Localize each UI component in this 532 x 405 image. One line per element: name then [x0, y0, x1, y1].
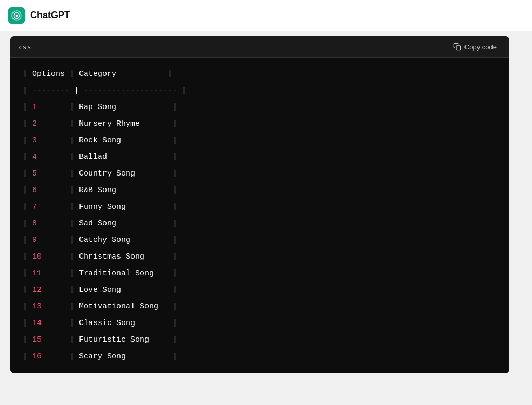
- pipe: |: [23, 348, 32, 365]
- main-content: css Copy code | Options | Category |: [0, 31, 532, 405]
- pipe: |: [172, 232, 177, 249]
- pipe: |: [23, 149, 32, 166]
- table-row: | 4 | Ballad |: [23, 149, 497, 166]
- row-number: 5: [32, 166, 70, 182]
- table-row: | 1 | Rap Song |: [23, 99, 497, 116]
- row-category: Sad Song: [79, 215, 172, 232]
- table-row: | 9 | Catchy Song |: [23, 232, 497, 249]
- table-row: | 7 | Funny Song |: [23, 199, 497, 215]
- pipe: |: [70, 282, 79, 299]
- row-number: 6: [32, 182, 70, 199]
- pipe: |: [172, 315, 177, 332]
- pipe: |: [70, 315, 79, 332]
- pipe: |: [70, 332, 79, 348]
- pipe: |: [70, 132, 79, 149]
- row-number: 8: [32, 215, 70, 232]
- pipe: |: [172, 215, 177, 232]
- pipe: |: [70, 215, 79, 232]
- pipe: |: [172, 348, 177, 365]
- table-row: | 11 | Traditional Song |: [23, 265, 497, 282]
- pipe: |: [172, 132, 177, 149]
- pipe: |: [23, 132, 32, 149]
- pipe: |: [172, 332, 177, 348]
- pipe: |: [172, 166, 177, 182]
- row-number: 7: [32, 199, 70, 215]
- svg-rect-2: [456, 46, 461, 50]
- row-category: Rap Song: [79, 99, 172, 116]
- row-number: 13: [32, 299, 70, 315]
- row-category: Country Song: [79, 166, 172, 182]
- table-row: | 12 | Love Song |: [23, 282, 497, 299]
- svg-point-1: [16, 14, 18, 17]
- pipe: |: [172, 282, 177, 299]
- pipe: |: [70, 199, 79, 215]
- code-header: css Copy code: [10, 36, 509, 58]
- pipe: |: [172, 149, 177, 166]
- row-category: Christmas Song: [79, 249, 172, 265]
- pipe: |: [23, 315, 32, 332]
- pipe: |: [23, 166, 32, 182]
- pipe: |: [23, 199, 32, 215]
- pipe: |: [23, 249, 32, 265]
- row-number: 2: [32, 116, 70, 132]
- pipe: |: [172, 299, 177, 315]
- pipe: |: [70, 149, 79, 166]
- row-category: Traditional Song: [79, 265, 172, 282]
- table-row: | 16 | Scary Song |: [23, 348, 497, 365]
- row-number: 9: [32, 232, 70, 249]
- row-number: 12: [32, 282, 70, 299]
- code-body: | Options | Category | | -------- | ----…: [10, 58, 509, 373]
- pipe: |: [172, 199, 177, 215]
- titlebar: ChatGPT: [0, 0, 532, 31]
- pipe: |: [23, 299, 32, 315]
- pipe: |: [172, 249, 177, 265]
- pipe: |: [70, 182, 79, 199]
- pipe: |: [23, 99, 32, 116]
- row-category: R&B Song: [79, 182, 172, 199]
- pipe: |: [23, 232, 32, 249]
- pipe: |: [70, 265, 79, 282]
- pipe: |: [23, 182, 32, 199]
- code-block: css Copy code | Options | Category |: [10, 36, 509, 373]
- copy-code-button[interactable]: Copy code: [449, 40, 501, 53]
- row-number: 3: [32, 132, 70, 149]
- row-category: Love Song: [79, 282, 172, 299]
- row-number: 14: [32, 315, 70, 332]
- table-row: | 6 | R&B Song |: [23, 182, 497, 199]
- table-row: | 10 | Christmas Song |: [23, 249, 497, 265]
- pipe: |: [172, 99, 177, 116]
- pipe: |: [70, 299, 79, 315]
- table-row: | 2 | Nursery Rhyme |: [23, 116, 497, 132]
- chatgpt-logo: [8, 7, 25, 24]
- table-row: | 14 | Classic Song |: [23, 315, 497, 332]
- pipe: |: [70, 166, 79, 182]
- table-header-row: | Options | Category |: [23, 66, 497, 83]
- pipe: |: [70, 99, 79, 116]
- pipe: |: [70, 249, 79, 265]
- row-category: Catchy Song: [79, 232, 172, 249]
- pipe: |: [23, 215, 32, 232]
- col1-header: Options: [32, 66, 65, 83]
- row-number: 16: [32, 348, 70, 365]
- row-number: 10: [32, 249, 70, 265]
- row-number: 1: [32, 99, 70, 116]
- row-category: Classic Song: [79, 315, 172, 332]
- pipe: |: [23, 282, 32, 299]
- row-category: Funny Song: [79, 199, 172, 215]
- copy-code-label: Copy code: [464, 43, 497, 51]
- table-row: | 13 | Motivational Song |: [23, 299, 497, 315]
- row-number: 4: [32, 149, 70, 166]
- pipe: |: [70, 232, 79, 249]
- row-category: Nursery Rhyme: [79, 116, 172, 132]
- pipe: |: [172, 182, 177, 199]
- pipe: |: [23, 265, 32, 282]
- app-title: ChatGPT: [30, 10, 70, 21]
- pipe: |: [70, 116, 79, 132]
- code-language: css: [19, 43, 31, 51]
- pipe: |: [172, 116, 177, 132]
- table-separator-row: | -------- | -------------------- |: [23, 83, 497, 99]
- table-row: | 8 | Sad Song |: [23, 215, 497, 232]
- row-category: Scary Song: [79, 348, 172, 365]
- row-category: Motivational Song: [79, 299, 172, 315]
- table-row: | 5 | Country Song |: [23, 166, 497, 182]
